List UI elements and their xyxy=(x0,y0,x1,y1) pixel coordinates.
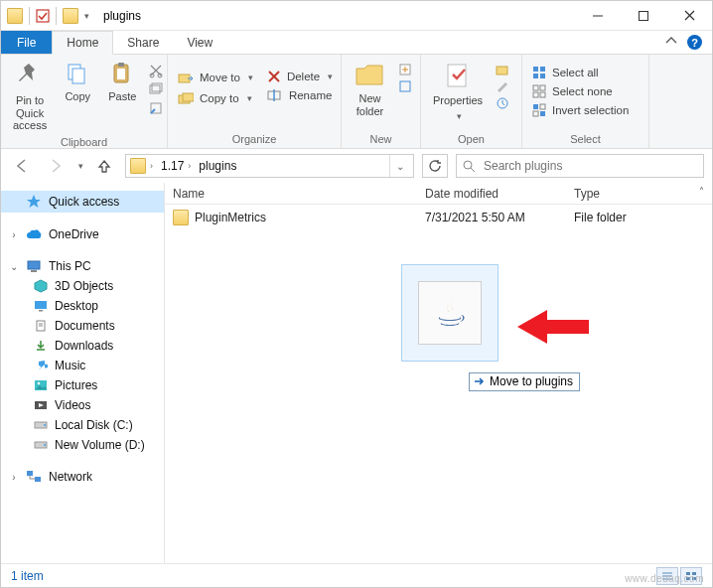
file-list-pane[interactable]: Name Date modified Type ˄ PluginMetrics … xyxy=(165,183,712,563)
back-button[interactable] xyxy=(9,153,35,179)
easy-access-icon[interactable] xyxy=(398,79,414,93)
folder-icon xyxy=(173,210,189,225)
address-bar-row: ▾ › 1.17› plugins ⌄ xyxy=(1,149,712,183)
videos-icon xyxy=(34,399,48,411)
svg-rect-2 xyxy=(640,11,648,20)
cut-icon[interactable] xyxy=(148,63,164,78)
svg-rect-31 xyxy=(533,74,538,78)
paste-button[interactable]: Paste xyxy=(102,59,142,105)
drive-icon xyxy=(34,440,48,450)
drop-tooltip: Move to plugins xyxy=(469,372,580,391)
sidebar-item-new-volume-d[interactable]: New Volume (D:) xyxy=(1,435,164,455)
ribbon-tabs: File Home Share View ? xyxy=(1,31,712,55)
svg-rect-45 xyxy=(35,301,47,309)
sidebar-item-local-disk-c[interactable]: Local Disk (C:) xyxy=(1,415,164,435)
recent-locations-icon[interactable]: ▾ xyxy=(78,161,83,171)
search-input[interactable] xyxy=(482,158,697,174)
group-label: Open xyxy=(427,131,515,148)
new-item-icon[interactable] xyxy=(398,63,414,76)
folder-icon xyxy=(7,8,23,24)
address-bar[interactable]: › 1.17› plugins ⌄ xyxy=(125,154,414,178)
select-all-icon xyxy=(532,66,546,79)
new-folder-icon xyxy=(355,61,386,88)
sidebar-item-this-pc[interactable]: ⌄ This PC xyxy=(1,256,164,276)
new-folder-button[interactable]: New folder xyxy=(348,59,392,119)
column-date[interactable]: Date modified xyxy=(417,187,566,201)
svg-rect-27 xyxy=(497,67,507,74)
svg-rect-44 xyxy=(31,270,37,272)
ribbon: Pin to Quick access Copy Paste Clipboard xyxy=(1,55,712,149)
qat-checkbox-icon[interactable] xyxy=(36,9,50,23)
history-icon[interactable] xyxy=(495,96,510,110)
sidebar-item-documents[interactable]: Documents xyxy=(1,316,164,336)
paste-shortcut-icon[interactable] xyxy=(148,100,164,116)
move-to-icon xyxy=(178,70,194,85)
column-name[interactable]: Name xyxy=(165,187,417,201)
forward-button[interactable] xyxy=(43,153,69,179)
delete-icon xyxy=(267,70,281,83)
column-type[interactable]: Type xyxy=(566,187,675,201)
copy-path-icon[interactable] xyxy=(148,81,164,97)
select-none-button[interactable]: Select none xyxy=(528,83,633,99)
qat-dropdown-icon[interactable]: ▾ xyxy=(84,11,89,21)
sidebar-item-downloads[interactable]: Downloads xyxy=(1,336,164,356)
sidebar-item-onedrive[interactable]: › OneDrive xyxy=(1,224,164,244)
navigation-pane[interactable]: Quick access › OneDrive ⌄ This PC 3D Obj… xyxy=(1,183,165,563)
star-icon xyxy=(26,194,42,210)
collapse-ribbon-icon[interactable] xyxy=(665,35,677,50)
sidebar-item-videos[interactable]: Videos xyxy=(1,395,164,415)
help-icon[interactable]: ? xyxy=(687,35,702,50)
svg-point-57 xyxy=(44,444,46,446)
copy-button[interactable]: Copy xyxy=(59,59,96,105)
svg-rect-38 xyxy=(540,104,545,109)
delete-button[interactable]: Delete▾ xyxy=(263,69,337,84)
copy-to-icon xyxy=(178,90,194,106)
open-icon[interactable] xyxy=(495,63,510,76)
copy-to-button[interactable]: Copy to▾ xyxy=(174,89,257,107)
tab-view[interactable]: View xyxy=(173,31,226,54)
move-to-button[interactable]: Move to▾ xyxy=(174,69,257,86)
select-all-button[interactable]: Select all xyxy=(528,65,633,80)
svg-rect-8 xyxy=(118,63,124,67)
svg-rect-34 xyxy=(540,85,545,90)
search-box[interactable] xyxy=(456,154,704,178)
sidebar-item-3d-objects[interactable]: 3D Objects xyxy=(1,276,164,296)
minimize-button[interactable] xyxy=(575,1,621,31)
quick-access-toolbar: ▾ xyxy=(1,7,95,25)
close-button[interactable] xyxy=(666,1,712,31)
invert-selection-button[interactable]: Invert selection xyxy=(528,102,633,118)
tab-share[interactable]: Share xyxy=(113,31,173,54)
downloads-icon xyxy=(34,339,48,353)
pin-to-quick-access-button[interactable]: Pin to Quick access xyxy=(7,59,53,134)
refresh-button[interactable] xyxy=(422,154,448,178)
tab-file[interactable]: File xyxy=(1,31,52,54)
maximize-button[interactable] xyxy=(621,1,666,31)
breadcrumb[interactable]: 1.17› xyxy=(157,159,195,173)
pc-icon xyxy=(26,259,42,273)
tab-home[interactable]: Home xyxy=(52,31,113,55)
group-label: Organize xyxy=(174,131,335,148)
sidebar-item-desktop[interactable]: Desktop xyxy=(1,296,164,316)
rename-icon xyxy=(267,88,283,102)
breadcrumb[interactable]: plugins xyxy=(195,159,240,173)
column-headers[interactable]: Name Date modified Type ˄ xyxy=(165,183,712,205)
network-icon xyxy=(26,470,42,484)
copy-icon xyxy=(65,61,90,86)
properties-button[interactable]: Properties ▾ xyxy=(427,59,489,123)
address-dropdown-icon[interactable]: ⌄ xyxy=(389,155,409,177)
rename-button[interactable]: Rename xyxy=(263,87,337,103)
svg-rect-9 xyxy=(117,69,125,79)
sidebar-item-quick-access[interactable]: Quick access xyxy=(1,191,164,213)
java-icon xyxy=(428,291,472,335)
svg-rect-59 xyxy=(35,477,41,482)
group-label: Select xyxy=(528,131,642,148)
up-button[interactable] xyxy=(91,153,117,179)
sidebar-item-pictures[interactable]: Pictures xyxy=(1,375,164,395)
sidebar-item-network[interactable]: › Network xyxy=(1,467,164,487)
group-label: Clipboard xyxy=(7,134,161,151)
music-icon xyxy=(34,359,48,372)
edit-icon[interactable] xyxy=(495,79,510,93)
list-item[interactable]: PluginMetrics 7/31/2021 5:50 AM File fol… xyxy=(165,205,712,230)
cloud-icon xyxy=(26,228,42,240)
sidebar-item-music[interactable]: Music xyxy=(1,356,164,375)
